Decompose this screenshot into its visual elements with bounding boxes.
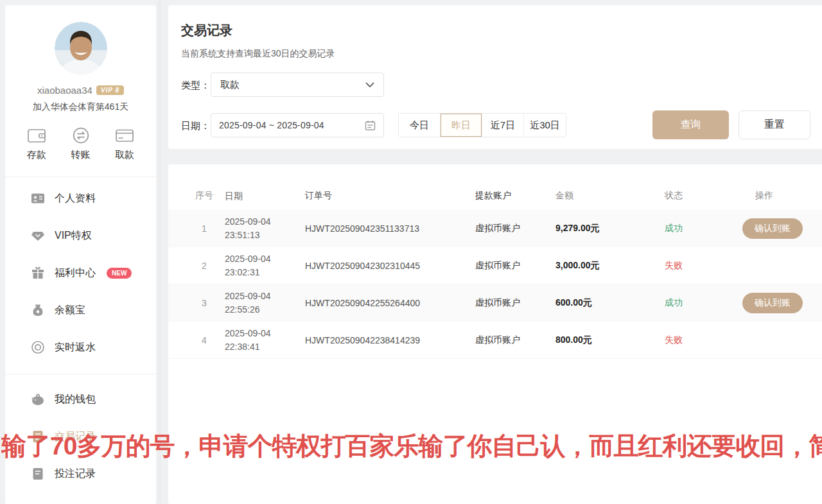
cell-order-number: HJWT202509042351133713 [305,223,475,234]
header-amount: 金额 [555,190,665,202]
menu-label: 实时返水 [55,341,96,354]
cell-account: 虚拟币账户 [475,223,555,234]
table-header-row: 序号 日期 订单号 提款账户 金额 状态 操作 [168,182,822,210]
new-badge: NEW [107,268,132,279]
range-7days-button[interactable]: 近7日 [482,114,524,137]
table-row: 3 2025-09-04 22:55:26 HJWT20250904225526… [168,284,822,322]
cell-order-number: HJWT202509042238414239 [305,335,475,345]
avatar [55,22,107,74]
gift-icon [31,266,45,280]
cell-index: 3 [184,298,225,308]
sidebar-item-rebate[interactable]: 实时返水 [5,329,156,366]
type-select-value: 取款 [220,79,240,91]
date-range-input[interactable]: 2025-09-04 ~ 2025-09-04 [211,113,384,137]
cell-status: 成功 [665,223,739,234]
calendar-icon [365,120,376,131]
sidebar-item-profile[interactable]: 个人资料 [5,180,156,217]
confirm-arrival-button[interactable]: 确认到账 [742,218,803,239]
type-label: 类型： [181,80,210,92]
cell-amount: 600.00元 [555,297,665,309]
table-row: 1 2025-09-04 23:51:13 HJWT20250904235113… [168,210,822,247]
bet-record-icon [31,467,45,481]
sidebar-item-benefits[interactable]: 福利中心 NEW [5,254,156,291]
withdraw-button[interactable]: 取款 [115,127,134,161]
range-yesterday-button[interactable]: 昨日 [441,114,482,137]
range-today-button[interactable]: 今日 [399,114,441,137]
header-account: 提款账户 [475,190,555,202]
cell-date-time: 23:02:31 [225,266,305,279]
sidebar-item-wallet[interactable]: 我的钱包 [5,381,156,418]
cell-date-time: 22:55:26 [225,303,305,316]
cell-order-number: HJWT202509042255264400 [305,298,475,308]
header-action: 操作 [739,190,822,202]
confirm-arrival-button[interactable]: 确认到账 [742,293,803,313]
cell-amount: 3,000.00元 [555,260,665,272]
quick-actions: 存款 转账 取款 [5,113,156,161]
cell-account: 虚拟币账户 [475,297,555,309]
page-subtitle: 当前系统支持查询最近30日的交易记录 [181,48,335,60]
date-range-value: 2025-09-04 ~ 2025-09-04 [219,120,324,130]
transfer-icon [71,127,91,144]
cell-date: 2025-09-04 23:51:13 [225,215,305,241]
vip-level-badge: VIP 8 [96,85,124,95]
transfer-label: 转账 [71,149,91,161]
cell-order-number: HJWT202509042302310445 [305,261,475,271]
sidebar-divider [5,374,156,374]
cell-date: 2025-09-04 23:02:31 [225,252,305,279]
menu-label: 余额宝 [55,304,85,317]
deposit-wallet-icon [27,127,46,144]
withdraw-card-icon [115,127,134,144]
withdraw-label: 取款 [115,149,134,161]
menu-label: 我的钱包 [55,393,96,406]
menu-label: VIP特权 [55,229,92,243]
cell-index: 2 [184,261,225,271]
table-row: 4 2025-09-04 22:38:41 HJWT20250904223841… [168,322,822,359]
range-30days-button[interactable]: 近30日 [524,114,566,137]
cell-date-day: 2025-09-04 [225,215,305,228]
username: xiaobaoaa34 [37,85,92,96]
cell-account: 虚拟币账户 [475,335,555,346]
filter-card: 交易记录 当前系统支持查询最近30日的交易记录 类型： 取款 日期： 2025-… [168,5,822,149]
query-button[interactable]: 查询 [652,110,729,139]
cell-amount: 800.00元 [555,335,665,346]
vip-diamond-icon [31,229,45,243]
menu-label: 个人资料 [55,192,96,205]
header-order-number: 订单号 [305,190,475,202]
cell-date-time: 22:38:41 [225,340,305,353]
cell-amount: 9,279.00元 [555,223,665,234]
cell-date-day: 2025-09-04 [225,252,305,265]
sidebar-item-yuebao[interactable]: 余额宝 [5,291,156,329]
profile-card-icon [31,191,45,205]
cell-date-day: 2025-09-04 [225,290,305,302]
reset-button[interactable]: 重置 [739,110,810,139]
overlay-complaint-text: 输了70多万的号，申请个特权打百家乐输了你自己认，而且红利还要收回，简直搞笑 [1,429,822,464]
profile-block: xiaobaoaa34 VIP 8 加入华体会体育第461天 [5,5,156,113]
cell-date: 2025-09-04 22:38:41 [225,327,305,353]
cell-date-day: 2025-09-04 [225,327,305,340]
header-date: 日期 [225,189,305,202]
cell-date: 2025-09-04 22:55:26 [225,290,305,316]
menu-label: 投注记录 [55,467,96,481]
cell-status: 失败 [665,335,739,346]
date-label: 日期： [181,120,210,132]
sidebar-item-vip[interactable]: VIP特权 [5,217,156,254]
table-row: 2 2025-09-04 23:02:31 HJWT20250904230231… [168,247,822,284]
type-select[interactable]: 取款 [211,73,384,97]
join-days-text: 加入华体会体育第461天 [5,101,156,113]
money-pouch-icon [31,303,45,317]
rebate-icon [31,340,45,354]
cell-index: 1 [184,223,225,234]
cell-status: 失败 [665,260,739,272]
transfer-button[interactable]: 转账 [71,127,91,161]
cell-status: 成功 [665,297,739,309]
transaction-records-page: xiaobaoaa34 VIP 8 加入华体会体育第461天 存款 转账 [0,0,822,504]
menu-label: 福利中心 [55,266,96,280]
deposit-button[interactable]: 存款 [27,127,46,161]
cell-date-time: 23:51:13 [225,229,305,241]
header-index: 序号 [184,190,225,202]
cell-account: 虚拟币账户 [475,260,555,272]
piggy-bank-icon [31,392,45,406]
chevron-down-icon [365,82,374,88]
quick-range-group: 今日 昨日 近7日 近30日 [398,113,566,137]
table-body: 1 2025-09-04 23:51:13 HJWT20250904235113… [168,210,822,359]
